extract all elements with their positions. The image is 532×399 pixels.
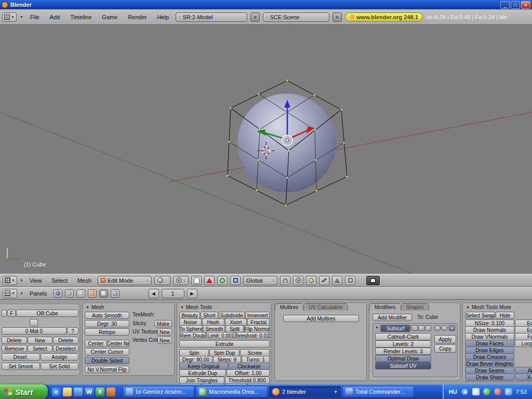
material-new-button[interactable]: New	[28, 337, 53, 344]
context-logic-button[interactable]	[54, 289, 62, 298]
no-vnormal-flip-toggle[interactable]: No V.Normal Flip	[85, 366, 129, 373]
minimize-button[interactable]: _	[500, 1, 510, 9]
loop-select-button[interactable]: Loop Sele	[515, 340, 532, 347]
menu-panels[interactable]: Panels	[26, 289, 51, 298]
draw-bevel-weights-toggle[interactable]: Draw Bevel Weights	[465, 360, 514, 367]
assign-button[interactable]: Assign	[41, 353, 79, 361]
draw-vnormals-toggle[interactable]: Draw VNormals	[465, 333, 514, 340]
noise-button[interactable]: Noise	[179, 318, 202, 326]
tray-chevron-icon[interactable]: ◀	[461, 388, 469, 396]
header-collapse-icon[interactable]: ▼	[20, 278, 23, 282]
center-new-button[interactable]: Center Ne	[108, 340, 129, 347]
optimal-draw-toggle[interactable]: Optimal Draw	[375, 355, 431, 362]
fake-user-button[interactable]: F	[7, 310, 16, 317]
editor-type-button[interactable]: ▼	[3, 276, 17, 285]
apply-modifier-button[interactable]: Apply	[434, 335, 456, 343]
menu-file[interactable]: File	[26, 13, 43, 21]
edge-slide-button[interactable]	[319, 276, 329, 285]
menu-add[interactable]: Add	[46, 13, 64, 21]
modifier-up-icon[interactable]	[434, 325, 441, 331]
to-sphere-button[interactable]: To Sphere	[179, 325, 203, 332]
menu-mesh[interactable]: Mesh	[74, 276, 95, 285]
hide-button[interactable]: Hide	[496, 312, 514, 319]
extrude-button[interactable]: Extrude	[179, 340, 270, 348]
page-next-button[interactable]: ▶	[187, 289, 197, 298]
context-scene-button[interactable]	[111, 289, 119, 298]
modifier-name-field[interactable]: Subsurf	[380, 325, 410, 332]
menu-view[interactable]: View	[26, 276, 46, 285]
draw-edges-toggle[interactable]: Draw Edges	[465, 347, 514, 354]
panel-collapse-icon[interactable]: ▼	[466, 305, 470, 309]
object-name-field[interactable]: OB:Cube	[16, 310, 78, 317]
modifier-delete-icon[interactable]: ×	[449, 325, 455, 331]
material-help-button[interactable]: ?	[67, 327, 78, 335]
render-preview-button[interactable]	[293, 276, 303, 285]
panel-collapse-icon[interactable]: ▼	[180, 305, 184, 309]
rem-doubles-button[interactable]: Rem Doub	[179, 332, 206, 339]
extrude-dup-button[interactable]: Extrude Dup	[179, 369, 226, 377]
flip-normals-button[interactable]: Flip Norma	[244, 325, 270, 332]
context-shading-button[interactable]	[76, 289, 85, 298]
face-select-button[interactable]	[332, 276, 342, 285]
manipulator-scale-button[interactable]	[230, 276, 241, 285]
pivot-dropdown[interactable]: ↕	[173, 276, 189, 285]
excel-icon[interactable]: X	[96, 388, 104, 396]
draw-faces-toggle[interactable]: Draw Faces	[465, 340, 514, 347]
language-indicator[interactable]: HU	[449, 389, 457, 395]
edge-angles-toggle[interactable]: Edge	[515, 326, 532, 334]
editor-type-button[interactable]: ▼	[3, 289, 17, 298]
material-deselect-button[interactable]: Deselect	[53, 345, 78, 352]
uv-texture-new-button[interactable]: New	[157, 328, 172, 336]
material-index-field[interactable]: 0 Mat 0	[2, 327, 66, 335]
task-izi-gemorz[interactable]: Ízi Gémörz öcsém...	[123, 386, 194, 397]
edge-length-toggle[interactable]: Edge	[515, 320, 532, 327]
fractal-button[interactable]: Fractal	[247, 318, 270, 326]
threshold-join-slider[interactable]: Threshold 0.800	[225, 377, 270, 384]
mode-dropdown[interactable]: Edit Mode↕	[98, 276, 152, 285]
tab-modifiers[interactable]: Modifiers	[369, 303, 401, 311]
occlude-geometry-button[interactable]	[345, 276, 355, 285]
auto-smooth-button[interactable]: Auto Smooth	[85, 312, 129, 319]
beauty-toggle[interactable]: Beauty	[179, 312, 200, 319]
manipulator-toggle-button[interactable]	[191, 276, 202, 285]
snap-toggle-button[interactable]	[280, 276, 290, 285]
me-field-cut[interactable]	[2, 310, 7, 317]
levels-slider[interactable]: Levels: 2	[375, 340, 431, 348]
spin-degr-slider[interactable]: Degr: 90.00	[179, 356, 212, 363]
split-button[interactable]: Split	[225, 325, 244, 332]
draw-normals-toggle[interactable]: Draw Normals	[465, 326, 514, 334]
spin-button[interactable]: Spin	[179, 349, 209, 356]
task-macromedia-dreamweaver[interactable]: Macromedia Drea...	[196, 386, 268, 397]
menu-render[interactable]: Render	[124, 13, 150, 21]
xsort-button[interactable]: Xsort	[225, 318, 247, 326]
manipulator-rotate-button[interactable]	[217, 276, 228, 285]
smooth-button[interactable]: Smooth	[203, 325, 225, 332]
center-cursor-button[interactable]: Center Cursor	[85, 348, 129, 355]
modifier-editmode-toggle-icon[interactable]	[425, 325, 431, 331]
menu-timeline[interactable]: Timeline	[66, 13, 95, 21]
deselect-button[interactable]: Desel.	[2, 353, 40, 361]
screw-button[interactable]: Screw	[240, 349, 270, 356]
mail-icon[interactable]	[63, 388, 72, 396]
scene-delete-button[interactable]: ×	[332, 12, 342, 22]
material-delete-button[interactable]: Delete	[53, 337, 78, 344]
header-collapse-icon[interactable]: ▼	[20, 291, 23, 295]
blender-version-pill[interactable]: www.blender.org 248.1	[345, 12, 423, 21]
short-toggle[interactable]: Short	[201, 312, 218, 319]
set-solid-button[interactable]: Set Solid	[41, 363, 79, 370]
messenger-icon[interactable]	[494, 388, 501, 395]
retopo-button[interactable]: Retopo	[85, 328, 129, 336]
tab-shapes[interactable]: Shapes	[401, 303, 429, 311]
steps-slider[interactable]: Steps: 9	[213, 356, 241, 363]
internet-explorer-icon[interactable]: e	[52, 388, 61, 396]
nsize-slider[interactable]: NSize: 0.100	[465, 320, 514, 327]
subsurf-type-dropdown[interactable]: Catmull-Clark	[375, 333, 431, 340]
x-axis-mirror-toggle[interactable]: X-axi	[515, 374, 532, 381]
tab-uv-calculation[interactable]: UV Calculation	[303, 303, 348, 311]
task-total-commander[interactable]: Total Commander...	[342, 386, 414, 397]
hash-button[interactable]: Hash	[202, 318, 224, 326]
vertex-color-new-button[interactable]: New	[157, 337, 172, 344]
scene-selector[interactable]: ↕SCE:Scene	[263, 12, 329, 22]
subsurf-uv-toggle[interactable]: Subsurf UV	[375, 362, 431, 369]
show-desktop-icon[interactable]	[74, 388, 83, 396]
